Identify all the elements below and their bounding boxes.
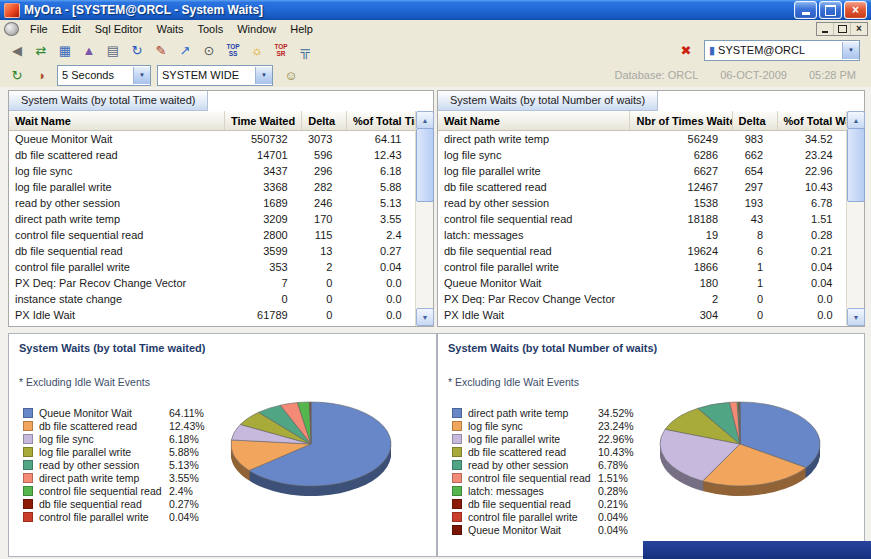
table-row[interactable]: read by other session15381936.78	[438, 195, 847, 211]
value-cell: 180	[630, 275, 732, 291]
table-row[interactable]: log file parallel write662765422.96	[438, 163, 847, 179]
chevron-down-icon[interactable]: ▼	[842, 42, 859, 59]
toolbar-snapshot-icon[interactable]: ◑	[29, 64, 53, 86]
toolbar-chart-icon[interactable]: ↗	[173, 39, 197, 61]
value-cell: 193	[732, 195, 777, 211]
toolbar-inspect-icon[interactable]: ⊙	[197, 39, 221, 61]
column-header[interactable]: Wait Name	[9, 111, 224, 131]
mdi-restore-button[interactable]	[833, 23, 850, 35]
legend-label: Queue Monitor Wait	[39, 407, 169, 419]
legend-label: log file sync	[468, 420, 598, 432]
table-row[interactable]: db file scattered read1470159612.43	[9, 147, 416, 163]
toolbar-auto-refresh-icon[interactable]: ↻	[5, 64, 29, 86]
table-row[interactable]: log file sync34372966.18	[9, 163, 416, 179]
scope-select[interactable]: SYSTEM WIDE ▼	[157, 65, 273, 86]
chart-note: * Excluding Idle Wait Events	[448, 376, 579, 388]
table-row[interactable]: Queue Monitor Wait18010.04	[438, 275, 847, 291]
toolbar-refresh-data-icon[interactable]: ↻	[125, 39, 149, 61]
table-row[interactable]: PX Idle Wait30400.0	[438, 307, 847, 323]
column-header[interactable]: Time Waited	[224, 111, 301, 131]
mdi-minimize-button[interactable]	[817, 23, 833, 35]
toolbar-windows-icon[interactable]: ▦	[53, 39, 77, 61]
menu-item-waits[interactable]: Waits	[149, 22, 190, 36]
mdi-restore-icon	[838, 25, 847, 33]
value-cell: 5.88	[346, 179, 415, 195]
scroll-down-button[interactable]: ▼	[416, 308, 434, 326]
table-row[interactable]: log file parallel write33682825.88	[9, 179, 416, 195]
table-row[interactable]: Queue Monitor Wait550732307364.11	[9, 131, 416, 148]
table-row[interactable]: PX Deq: Par Recov Change Vector700.0	[9, 275, 416, 291]
table-row[interactable]: direct path write temp5624998334.52	[438, 131, 847, 148]
value-cell: 1	[732, 275, 777, 291]
scroll-down-button[interactable]: ▼	[847, 308, 865, 326]
close-button[interactable]: ×	[844, 1, 867, 19]
windows-icon: ▦	[59, 44, 71, 57]
column-header[interactable]: %of Total Time	[346, 111, 415, 131]
column-header[interactable]: Wait Name	[438, 111, 630, 131]
legend-swatch-icon	[23, 434, 33, 444]
scroll-up-button[interactable]: ▲	[847, 111, 865, 129]
toolbar-top-ss-button[interactable]: TOPSS	[221, 39, 245, 61]
toolbar-refresh-icons: ↻◑	[5, 64, 53, 86]
menu-item-sql-editor[interactable]: Sql Editor	[88, 22, 150, 36]
table-row[interactable]: control file parallel write186610.04	[438, 259, 847, 275]
menu-item-tools[interactable]: Tools	[191, 22, 231, 36]
toolbar-top-sr-button[interactable]: TOPSR	[269, 39, 293, 61]
column-header[interactable]: Delta	[302, 111, 347, 131]
table-row[interactable]: instance state change000.0	[9, 291, 416, 307]
value-cell: 596	[302, 147, 347, 163]
toolbar-lamp-icon[interactable]: ☼	[245, 39, 269, 61]
toolbar-hierarchy-icon[interactable]: ╦	[293, 39, 317, 61]
table-row[interactable]: PX Idle Wait6178900.0	[9, 307, 416, 323]
connection-select[interactable]: ▮ SYSTEM@ORCL ▼	[704, 40, 860, 61]
legend-item: db file scattered read12.43%	[23, 419, 205, 432]
toolbar-main-icons: ◀⇄▦▲▤↻✎↗⊙TOPSS☼TOPSR╦	[5, 39, 317, 61]
legend-label: db file scattered read	[39, 420, 169, 432]
table-row[interactable]: log file sync628666223.24	[438, 147, 847, 163]
column-header[interactable]: Nbr of Times Waited	[630, 111, 732, 131]
column-header[interactable]: %of Total Waits	[777, 111, 846, 131]
toolbar-speaker-icon[interactable]: ◀	[5, 39, 29, 61]
table-row[interactable]: direct path write temp32091703.55	[9, 211, 416, 227]
wait-name-cell: db file scattered read	[9, 147, 224, 163]
toolbar-send-icon[interactable]: ▲	[77, 39, 101, 61]
value-cell: 43	[732, 211, 777, 227]
app-icon[interactable]	[4, 3, 20, 18]
vertical-scrollbar[interactable]: ▲ ▼	[846, 111, 864, 326]
table-row[interactable]: control file sequential read28001152.4	[9, 227, 416, 243]
chevron-down-icon[interactable]: ▼	[133, 67, 150, 84]
table-row[interactable]: control file parallel write35320.04	[9, 259, 416, 275]
table-row[interactable]: db file scattered read1246729710.43	[438, 179, 847, 195]
chart-icon: ↗	[180, 44, 191, 57]
toolbar-sessions-icon[interactable]: ☺	[279, 64, 303, 86]
value-cell: 3368	[224, 179, 301, 195]
snapshot-icon: ◑	[37, 69, 45, 82]
table-row[interactable]: db file sequential read3599130.27	[9, 243, 416, 259]
vertical-scrollbar[interactable]: ▲ ▼	[415, 111, 433, 326]
menu-item-window[interactable]: Window	[230, 22, 283, 36]
mdi-close-button[interactable]: ×	[850, 23, 867, 35]
menu-item-edit[interactable]: Edit	[55, 22, 88, 36]
toolbar-notes-icon[interactable]: ✎	[149, 39, 173, 61]
table-row[interactable]: control file sequential read18188431.51	[438, 211, 847, 227]
column-header[interactable]: Delta	[732, 111, 777, 131]
child-window-icon[interactable]	[4, 22, 19, 36]
table-row[interactable]: latch: messages1980.28	[438, 227, 847, 243]
maximize-button[interactable]	[819, 1, 842, 19]
scope-value: SYSTEM WIDE	[162, 69, 252, 81]
legend-item: control file parallel write0.04%	[23, 510, 205, 523]
scroll-thumb[interactable]	[847, 128, 865, 202]
scroll-up-button[interactable]: ▲	[416, 111, 434, 129]
table-row[interactable]: read by other session16892465.13	[9, 195, 416, 211]
table-row[interactable]: PX Deq: Par Recov Change Vector200.0	[438, 291, 847, 307]
table-row[interactable]: db file sequential read1962460.21	[438, 243, 847, 259]
menu-item-file[interactable]: File	[23, 22, 55, 36]
toolbar-connect-icon[interactable]: ⇄	[29, 39, 53, 61]
interval-select[interactable]: 5 Seconds ▼	[57, 65, 151, 86]
toolbar-print-icon[interactable]: ▤	[101, 39, 125, 61]
menu-item-help[interactable]: Help	[283, 22, 320, 36]
chevron-down-icon[interactable]: ▼	[255, 67, 272, 84]
disconnect-button[interactable]: ✖	[674, 39, 698, 61]
scroll-thumb[interactable]	[416, 128, 434, 202]
minimize-button[interactable]	[794, 1, 817, 19]
